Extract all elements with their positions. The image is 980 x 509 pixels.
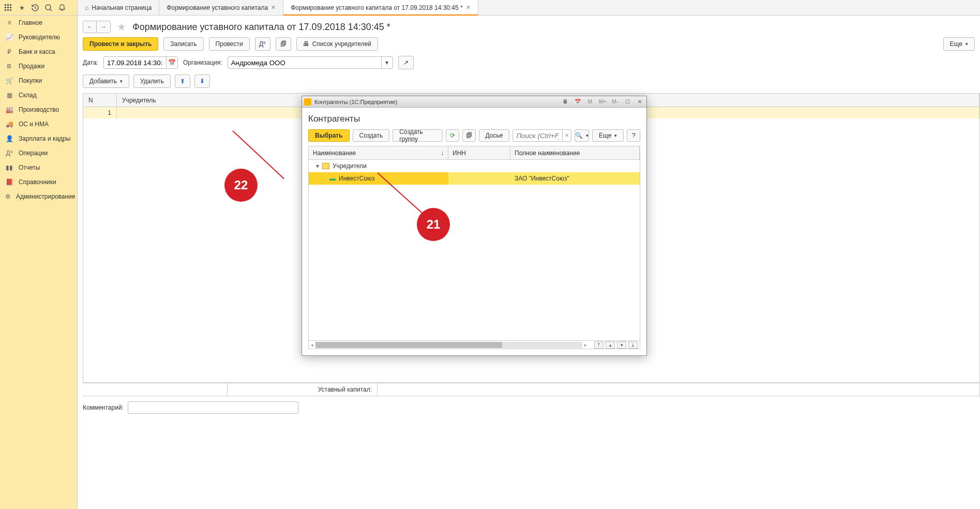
tree-top-button[interactable]: ⤒ xyxy=(594,341,604,349)
sidebar-item-label: Руководителю xyxy=(19,34,60,41)
org-field[interactable] xyxy=(228,57,381,68)
forward-button[interactable]: → xyxy=(97,21,110,33)
chevron-down-icon: ▾ xyxy=(120,79,123,84)
sidebar-item-production[interactable]: 🏭Производство xyxy=(0,102,77,117)
dialog-window-title: Контрагенты (1С:Предприятие) xyxy=(314,99,397,105)
tab-doc2[interactable]: Формирование уставного капитала от 17.09… xyxy=(283,0,478,15)
dossier-button[interactable]: Досье xyxy=(479,129,510,142)
list-button[interactable]: 🗐 xyxy=(462,129,476,142)
create-group-button[interactable]: Создать группу xyxy=(393,129,443,142)
date-input[interactable]: 📅 xyxy=(103,56,178,69)
sidebar-item-sales[interactable]: 🗎Продажи xyxy=(0,59,77,73)
post-button[interactable]: Провести xyxy=(209,37,250,51)
sidebar-item-label: Склад xyxy=(19,92,37,99)
col-n[interactable]: N xyxy=(83,94,117,107)
tab-doc1[interactable]: Формирование уставного капитала ✕ xyxy=(159,0,283,15)
sidebar-item-ops[interactable]: ДᴷОперации xyxy=(0,146,77,160)
tab-home[interactable]: ⌂ Начальная страница xyxy=(78,0,159,15)
tree-group-row[interactable]: ▾Учредители xyxy=(309,160,640,172)
back-button[interactable]: ← xyxy=(83,21,97,33)
select-button[interactable]: Выбрать xyxy=(308,129,350,142)
attach-button[interactable]: 🗐 xyxy=(276,37,291,51)
dialog-titlebar[interactable]: Контрагенты (1С:Предприятие) 🖩 📅 M M+ M-… xyxy=(302,96,646,108)
memory-mplus-button[interactable]: M+ xyxy=(598,98,607,106)
maximize-icon[interactable]: ☐ xyxy=(623,98,632,106)
date-field[interactable] xyxy=(104,57,166,68)
horizontal-scrollbar[interactable] xyxy=(315,342,582,348)
bars-icon: ▮▮ xyxy=(5,163,13,172)
sidebar-item-admin[interactable]: ⚙Администрирование xyxy=(0,189,77,204)
truck-icon: 🚚 xyxy=(5,120,13,128)
sidebar-item-label: Администрирование xyxy=(16,193,75,200)
sidebar-item-assets[interactable]: 🚚ОС и НМА xyxy=(0,117,77,131)
close-icon[interactable]: ✕ xyxy=(271,4,276,11)
menu-icon: ≡ xyxy=(5,19,13,27)
add-button[interactable]: Добавить▾ xyxy=(83,74,129,88)
sidebar-item-label: Главное xyxy=(19,19,42,26)
collapse-icon[interactable]: ▾ xyxy=(316,162,319,170)
dtkt-button[interactable]: Дᴷ xyxy=(255,37,270,51)
sidebar-item-stock[interactable]: ▦Склад xyxy=(0,88,77,102)
commit-close-button[interactable]: Провести и закрыть xyxy=(83,37,158,51)
svg-rect-1 xyxy=(7,4,9,6)
sidebar-item-dicts[interactable]: 📕Справочники xyxy=(0,175,77,189)
memory-mminus-button[interactable]: M- xyxy=(610,98,620,106)
search-icon[interactable] xyxy=(44,4,53,12)
org-open-button[interactable]: ↗ xyxy=(398,56,414,69)
tree-item-row[interactable]: ▬ИнвестСоюз ЗАО "ИнвестСоюз" xyxy=(309,172,640,185)
top-toolbar: ★ ⌂ Начальная страница Формирование уста… xyxy=(0,0,980,16)
close-icon[interactable]: ✕ xyxy=(635,98,644,106)
clear-icon[interactable]: × xyxy=(562,130,571,141)
more-button[interactable]: Еще▾ xyxy=(943,37,975,51)
button-label: Записать xyxy=(170,40,197,48)
col-fullname[interactable]: Полное наименование xyxy=(510,146,640,159)
button-label: Создать группу xyxy=(399,128,436,143)
close-icon[interactable]: ✕ xyxy=(466,4,471,11)
comment-field[interactable] xyxy=(128,402,298,413)
tree-bottom-button[interactable]: ⤓ xyxy=(628,341,638,349)
calc-icon[interactable]: 🖩 xyxy=(561,98,570,106)
scroll-left-icon[interactable]: ◂ xyxy=(311,342,313,348)
apps-icon[interactable] xyxy=(4,4,12,12)
sidebar-item-label: Отчеты xyxy=(19,164,40,171)
bell-icon[interactable] xyxy=(58,4,66,12)
refresh-button[interactable]: ⟳ xyxy=(446,129,459,142)
delete-button[interactable]: Удалить xyxy=(133,74,171,88)
dropdown-icon[interactable]: ▾ xyxy=(381,57,393,68)
sidebar-item-purchases[interactable]: 🛒Покупки xyxy=(0,73,77,88)
move-down-button[interactable]: ⬇ xyxy=(194,74,210,88)
org-input[interactable]: ▾ xyxy=(228,56,393,69)
memory-m-button[interactable]: M xyxy=(585,98,595,106)
comment-input[interactable] xyxy=(128,401,298,414)
calendar-icon[interactable]: 📅 xyxy=(573,98,582,106)
cart-icon: 🛒 xyxy=(5,77,13,85)
tree-down-button[interactable]: ▾ xyxy=(617,341,626,349)
history-icon[interactable] xyxy=(31,4,39,12)
help-button[interactable]: ? xyxy=(627,129,640,142)
col-inn[interactable]: ИНН xyxy=(448,146,510,159)
save-button[interactable]: Записать xyxy=(163,37,203,51)
sidebar-item-hr[interactable]: 👤Зарплата и кадры xyxy=(0,131,77,146)
grid-icon: ▦ xyxy=(5,91,13,99)
create-button[interactable]: Создать xyxy=(353,129,390,142)
sidebar-item-manager[interactable]: 📈Руководителю xyxy=(0,30,77,44)
star-icon[interactable]: ★ xyxy=(18,4,26,12)
sidebar-item-bank[interactable]: ₽Банк и касса xyxy=(0,44,77,59)
button-label: Провести и закрыть xyxy=(89,40,152,48)
founders-list-button[interactable]: 🖶Список учредителей xyxy=(296,37,378,51)
scroll-right-icon[interactable]: ▸ xyxy=(584,342,587,348)
col-name[interactable]: Наименование↓ xyxy=(309,146,448,159)
calendar-icon[interactable]: 📅 xyxy=(166,57,177,68)
tree-up-button[interactable]: ▴ xyxy=(606,341,615,349)
sidebar-item-reports[interactable]: ▮▮Отчеты xyxy=(0,160,77,175)
move-up-button[interactable]: ⬆ xyxy=(175,74,190,88)
sidebar-item-main[interactable]: ≡Главное xyxy=(0,16,77,30)
dialog-contragents: Контрагенты (1С:Предприятие) 🖩 📅 M M+ M-… xyxy=(301,96,647,356)
footer-total-label: Уставный капитал: xyxy=(228,383,378,396)
item-fullname: ЗАО "ИнвестСоюз" xyxy=(510,172,640,185)
find-button[interactable]: 🔍▾ xyxy=(575,129,589,142)
favorite-icon[interactable]: ★ xyxy=(115,21,128,33)
dialog-more-button[interactable]: Еще▾ xyxy=(592,129,624,142)
search-field[interactable] xyxy=(513,130,562,141)
search-input[interactable]: × xyxy=(512,129,571,142)
